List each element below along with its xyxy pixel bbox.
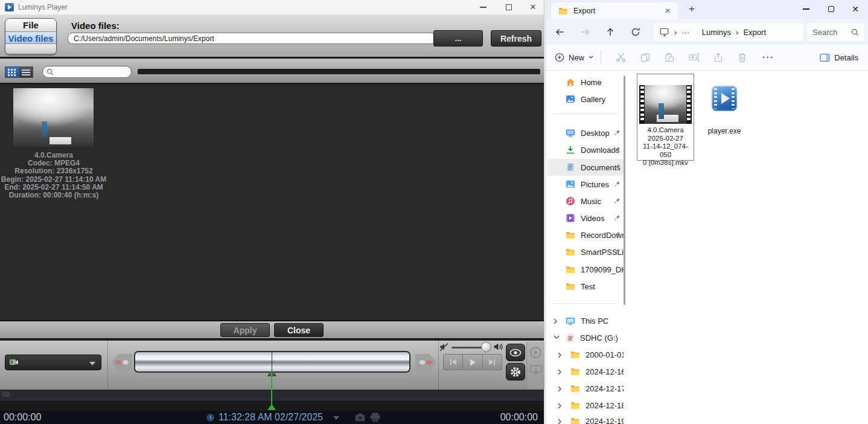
mute-button[interactable] bbox=[439, 342, 449, 352]
breadcrumb-ellipsis[interactable]: ··· bbox=[681, 28, 689, 37]
seek-timeline[interactable] bbox=[134, 351, 410, 373]
chevron-right-icon[interactable] bbox=[554, 318, 558, 324]
delete-button[interactable] bbox=[738, 53, 747, 62]
sidebar-item-1709099-dh-ipc[interactable]: 1709099_DH_IPC bbox=[547, 261, 624, 278]
chevron-right-icon[interactable] bbox=[558, 403, 562, 409]
chevron-down-icon bbox=[589, 56, 593, 59]
explorer-minimize-button[interactable] bbox=[794, 0, 818, 18]
chevron-down-icon[interactable] bbox=[554, 335, 560, 339]
close-button[interactable]: Close bbox=[274, 323, 324, 337]
splitter-bar[interactable] bbox=[138, 69, 540, 74]
play-button[interactable] bbox=[463, 355, 482, 370]
chevron-down-icon bbox=[89, 362, 95, 365]
rename-button[interactable] bbox=[689, 53, 699, 62]
snapshot-button[interactable] bbox=[355, 413, 365, 422]
sidebar-item-recorddown[interactable]: RecordDown bbox=[547, 226, 624, 243]
breadcrumb[interactable]: › ··· › Luminys › Export bbox=[654, 23, 803, 41]
breadcrumb-export[interactable]: Export bbox=[743, 28, 766, 37]
apply-button[interactable]: Apply bbox=[220, 323, 270, 337]
folder-icon bbox=[566, 283, 575, 291]
chevron-right-icon[interactable] bbox=[558, 419, 562, 424]
chevron-right-icon[interactable] bbox=[558, 352, 562, 358]
refresh-button[interactable]: Refresh bbox=[491, 30, 541, 47]
next-frame-button[interactable] bbox=[483, 355, 502, 370]
sidebar-item-gallery[interactable]: Gallery bbox=[547, 91, 624, 108]
explorer-close-button[interactable]: ✕ bbox=[843, 0, 867, 18]
new-tab-button[interactable]: + bbox=[689, 3, 695, 15]
video-file-card[interactable]: 4.0.Camera Codec: MPEG4 Resolution: 2336… bbox=[0, 88, 107, 199]
next-tag-button[interactable] bbox=[415, 354, 436, 371]
downloads-icon bbox=[566, 146, 575, 155]
sidebar-item-2024-12-16[interactable]: 2024-12-16 bbox=[547, 363, 624, 380]
watermark-verify-button[interactable] bbox=[506, 344, 525, 361]
file-tile-player-exe[interactable]: player.exe bbox=[698, 74, 750, 161]
grid-view-button[interactable] bbox=[5, 66, 19, 78]
sidebar-item-documents[interactable]: Documents bbox=[547, 159, 624, 176]
list-view-button[interactable] bbox=[19, 66, 33, 78]
previous-frame-button[interactable] bbox=[444, 355, 463, 370]
share-button[interactable] bbox=[713, 53, 723, 62]
datetime-dropdown-caret[interactable] bbox=[333, 416, 339, 420]
sidebar-item-home[interactable]: Home bbox=[547, 74, 624, 91]
sidebar-item-2024-12-18[interactable]: 2024-12-18 bbox=[547, 397, 624, 414]
export-clip-icon[interactable] bbox=[529, 364, 543, 376]
file-menu-button[interactable]: File bbox=[5, 19, 56, 31]
copy-button[interactable] bbox=[640, 53, 650, 62]
print-button[interactable] bbox=[370, 413, 380, 422]
sidebar-item-sdhc[interactable]: SDHC SDHC (G:) bbox=[547, 329, 624, 346]
player-search-input[interactable] bbox=[56, 67, 125, 77]
circle-play-icon[interactable] bbox=[529, 346, 542, 359]
up-button[interactable] bbox=[605, 27, 615, 37]
timeline-zoom-marker[interactable] bbox=[2, 391, 10, 397]
tab-close-button[interactable]: ✕ bbox=[665, 7, 671, 15]
sidebar-item-downloads[interactable]: Downloads bbox=[547, 141, 624, 158]
explorer-maximize-button[interactable] bbox=[819, 0, 843, 18]
sidebar-item-pictures[interactable]: Pictures bbox=[547, 176, 624, 193]
video-files-tab[interactable]: Video files bbox=[5, 31, 56, 44]
sidebar-item-2024-12-19[interactable]: 2024-12-19 bbox=[547, 413, 624, 424]
sidebar-item-this-pc[interactable]: This PC bbox=[547, 312, 624, 329]
video-file-list: 4.0.Camera Codec: MPEG4 Resolution: 2336… bbox=[0, 85, 544, 320]
cut-button[interactable] bbox=[616, 53, 626, 62]
back-button[interactable] bbox=[555, 27, 565, 37]
settings-button[interactable] bbox=[506, 363, 525, 381]
seek-playhead[interactable] bbox=[272, 352, 272, 371]
new-button[interactable]: New bbox=[555, 53, 593, 62]
player-maximize-button[interactable] bbox=[499, 0, 519, 14]
camera-select-dropdown[interactable] bbox=[5, 355, 101, 370]
more-options-button[interactable]: ··· bbox=[762, 53, 774, 62]
player-search-box[interactable] bbox=[42, 66, 132, 78]
timeline-playhead-marker[interactable] bbox=[267, 404, 276, 410]
refresh-button-explorer[interactable] bbox=[631, 27, 640, 37]
forward-button[interactable] bbox=[580, 27, 590, 37]
volume-button[interactable] bbox=[493, 342, 504, 352]
player-close-button[interactable]: ✕ bbox=[523, 0, 543, 14]
sidebar-item-videos[interactable]: Videos bbox=[547, 210, 624, 226]
player-minimize-button[interactable] bbox=[473, 0, 493, 14]
sidebar-item-desktop[interactable]: Desktop bbox=[547, 124, 624, 141]
volume-slider-knob[interactable] bbox=[481, 342, 491, 352]
timeline-playhead-line[interactable] bbox=[271, 373, 272, 405]
browse-button[interactable]: ... bbox=[433, 30, 483, 47]
sidebar-item-2000-01-01[interactable]: 2000-01-01 bbox=[547, 346, 624, 363]
file-tile-mkv[interactable]: 4.0.Camera 2025-02-27 11-14-12_074-050 0… bbox=[637, 74, 694, 161]
prev-tag-button[interactable] bbox=[112, 354, 132, 371]
video-files-path-input[interactable] bbox=[68, 33, 436, 44]
previous-frame-icon bbox=[448, 358, 458, 366]
video-thumbnail[interactable] bbox=[13, 88, 94, 147]
sidebar-item-smartpsslite[interactable]: SmartPSSLite bbox=[547, 243, 624, 260]
explorer-tab-export[interactable]: Export ✕ bbox=[551, 2, 678, 19]
mkv-thumbnail-frame bbox=[645, 85, 686, 124]
details-toggle-button[interactable]: Details bbox=[820, 53, 858, 62]
current-datetime[interactable]: 11:32:28 AM 02/27/2025 bbox=[219, 412, 323, 423]
sidebar-scrollbar[interactable] bbox=[624, 75, 625, 305]
play-icon bbox=[721, 93, 730, 104]
sidebar-item-music[interactable]: Music bbox=[547, 193, 624, 210]
sidebar-item-2024-12-17[interactable]: 2024-12-17 bbox=[547, 380, 624, 397]
sidebar-item-test[interactable]: Test bbox=[547, 278, 624, 295]
breadcrumb-luminys[interactable]: Luminys bbox=[702, 28, 731, 37]
paste-button[interactable] bbox=[665, 53, 674, 62]
chevron-right-icon[interactable] bbox=[558, 386, 562, 392]
explorer-search-box[interactable]: Search bbox=[807, 23, 864, 41]
chevron-right-icon[interactable] bbox=[558, 369, 562, 375]
